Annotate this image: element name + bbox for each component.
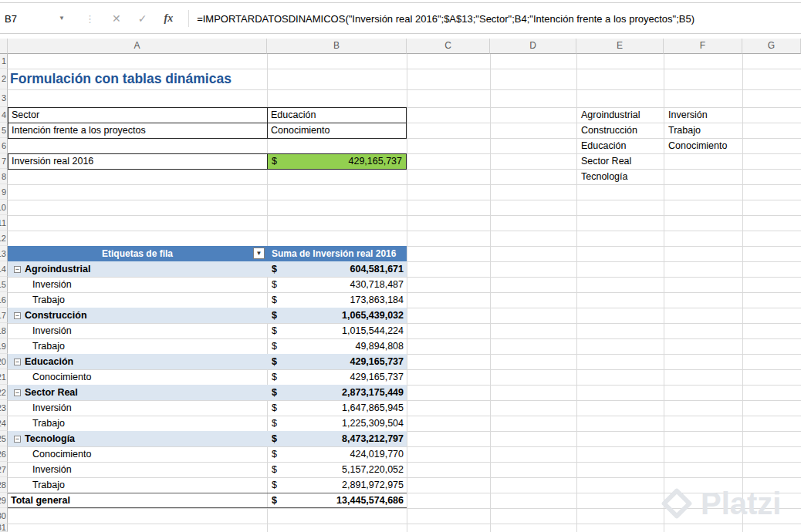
- intention-list-item[interactable]: Inversión: [668, 107, 708, 123]
- column-header-A[interactable]: A: [8, 39, 267, 54]
- row-header-25[interactable]: 25: [0, 431, 8, 446]
- intention-list-item[interactable]: Conocimiento: [668, 138, 727, 153]
- sector-list-item[interactable]: Sector Real: [581, 153, 631, 169]
- row-header-21[interactable]: 21: [0, 369, 8, 385]
- row-header-14[interactable]: 14: [0, 261, 8, 277]
- column-header-C[interactable]: C: [407, 39, 490, 54]
- column-header-B[interactable]: B: [267, 39, 407, 54]
- name-box[interactable]: B7 ▼: [0, 4, 74, 33]
- pivot-row-conocimiento[interactable]: Conocimiento$424,019,770: [8, 446, 407, 462]
- row-header-17[interactable]: 17: [0, 308, 8, 323]
- pivot-row-inversión[interactable]: Inversión$430,718,487: [8, 277, 407, 292]
- pivot-row-conocimiento[interactable]: Conocimiento$429,165,737: [8, 369, 407, 385]
- row-header-29[interactable]: 29: [0, 493, 8, 508]
- column-header-F[interactable]: F: [664, 39, 742, 54]
- row-header-27[interactable]: 27: [0, 462, 8, 477]
- pivot-row-inversión[interactable]: Inversión$1,015,544,224: [8, 323, 407, 338]
- pivot-rows-header-cell[interactable]: Etiquetas de fila ▼: [8, 246, 267, 261]
- row-header-18[interactable]: 18: [0, 323, 8, 338]
- sector-list-item[interactable]: Agroindustrial: [581, 107, 640, 123]
- pivot-row-inversión[interactable]: Inversión$5,157,220,052: [8, 462, 407, 477]
- row-header-23[interactable]: 23: [0, 400, 8, 416]
- sector-list-item[interactable]: Tecnología: [581, 169, 627, 184]
- row-header-7[interactable]: 7: [0, 153, 8, 169]
- column-header-G[interactable]: G: [742, 39, 801, 54]
- row-header-28[interactable]: 28: [0, 477, 8, 493]
- pivot-row-trabajo[interactable]: Trabajo$49,894,808: [8, 338, 407, 354]
- pivot-row-trabajo[interactable]: Trabajo$1,225,309,504: [8, 416, 407, 431]
- row-header-3[interactable]: 3: [0, 89, 8, 107]
- collapse-icon[interactable]: −: [14, 389, 21, 396]
- row-header-16[interactable]: 16: [0, 292, 8, 308]
- enter-icon[interactable]: ✓: [138, 12, 147, 25]
- result-amount: 429,165,737: [348, 154, 402, 169]
- row-header-24[interactable]: 24: [0, 416, 8, 431]
- column-header-D[interactable]: D: [490, 39, 576, 54]
- total-amount: 13,445,574,686: [336, 493, 404, 507]
- pivot-row-construcción[interactable]: −Construcción$1,065,439,032: [8, 308, 407, 323]
- row-header-12[interactable]: 12: [0, 231, 8, 246]
- intention-list-item[interactable]: Trabajo: [668, 123, 701, 138]
- row-header-5[interactable]: 5: [0, 123, 8, 138]
- gridline-horizontal: [8, 215, 801, 216]
- criteria-label-intencion[interactable]: Intención frente a los proyectos: [8, 123, 268, 139]
- column-header-E[interactable]: E: [576, 39, 664, 54]
- pivot-total-row[interactable]: Total general $ 13,445,574,686: [8, 493, 407, 508]
- row-header-9[interactable]: 9: [0, 184, 8, 200]
- row-header-1[interactable]: 1: [0, 54, 8, 69]
- pivot-row-label: Trabajo: [32, 416, 65, 431]
- cancel-icon[interactable]: ✕: [112, 12, 121, 25]
- collapse-icon[interactable]: −: [14, 312, 21, 319]
- pivot-row-educación[interactable]: −Educación$429,165,737: [8, 354, 407, 369]
- criteria-label-sector[interactable]: Sector: [8, 108, 268, 123]
- row-header-4[interactable]: 4: [0, 107, 8, 123]
- pivot-row-value: 430,718,487: [350, 277, 404, 292]
- pivot-row-tecnología[interactable]: −Tecnología$8,473,212,797: [8, 431, 407, 446]
- row-header-11[interactable]: 11: [0, 215, 8, 231]
- pivot-row-label: Conocimiento: [32, 446, 91, 462]
- pivot-row-label: Conocimiento: [32, 369, 91, 385]
- row-header-6[interactable]: 6: [0, 138, 8, 153]
- pivot-row-label: −Sector Real: [14, 385, 78, 400]
- select-all-corner[interactable]: [0, 39, 8, 54]
- result-label[interactable]: Inversión real 2016: [8, 154, 268, 169]
- ribbon-bottom-edge: [0, 0, 801, 3]
- row-header-8[interactable]: 8: [0, 169, 8, 184]
- row-header-19[interactable]: 19: [0, 338, 8, 354]
- row-header-10[interactable]: 10: [0, 200, 8, 215]
- active-cell-b7[interactable]: $ 429,165,737: [268, 154, 406, 169]
- collapse-icon[interactable]: −: [14, 436, 21, 443]
- criteria-value-sector[interactable]: Educación: [268, 108, 406, 123]
- collapse-icon[interactable]: −: [14, 359, 21, 365]
- sector-list-item[interactable]: Construcción: [581, 123, 637, 138]
- collapse-icon[interactable]: −: [14, 266, 21, 273]
- row-header-15[interactable]: 15: [0, 277, 8, 292]
- filter-dropdown-icon[interactable]: ▼: [253, 247, 265, 259]
- insert-function-icon[interactable]: fx: [164, 12, 173, 25]
- row-header-31[interactable]: 31: [0, 524, 8, 532]
- row-header-26[interactable]: 26: [0, 446, 8, 462]
- pivot-row-trabajo[interactable]: Trabajo$173,863,184: [8, 292, 407, 308]
- gridline-vertical: [490, 54, 491, 532]
- pivot-row-sector-real[interactable]: −Sector Real$2,873,175,449: [8, 385, 407, 400]
- row-header-13[interactable]: 13: [0, 246, 8, 261]
- criteria-value-intencion[interactable]: Conocimiento: [268, 123, 406, 139]
- pivot-row-trabajo[interactable]: Trabajo$2,891,972,975: [8, 477, 407, 493]
- pivot-row-value: 8,473,212,797: [342, 431, 404, 446]
- currency-symbol: $: [272, 446, 277, 462]
- row-header-30[interactable]: 30: [0, 508, 8, 524]
- row-header-2[interactable]: 2: [0, 69, 8, 89]
- platzi-watermark-text: Platzi: [701, 487, 781, 521]
- currency-symbol: $: [272, 292, 277, 308]
- currency-symbol: $: [272, 308, 277, 323]
- row-header-20[interactable]: 20: [0, 354, 8, 369]
- pivot-header-row: Etiquetas de fila ▼ Suma de Inversión re…: [8, 246, 407, 261]
- name-box-dropdown-icon[interactable]: ▼: [59, 15, 65, 22]
- pivot-row-agroindustrial[interactable]: −Agroindustrial$604,581,671: [8, 261, 407, 277]
- sector-list-item[interactable]: Educación: [581, 138, 626, 153]
- pivot-row-value: 1,065,439,032: [342, 308, 404, 323]
- row-header-22[interactable]: 22: [0, 385, 8, 400]
- pivot-row-label: Trabajo: [32, 338, 65, 354]
- pivot-row-inversión[interactable]: Inversión$1,647,865,945: [8, 400, 407, 416]
- formula-input[interactable]: =IMPORTARDATOSDINAMICOS("Inversión real …: [197, 13, 695, 25]
